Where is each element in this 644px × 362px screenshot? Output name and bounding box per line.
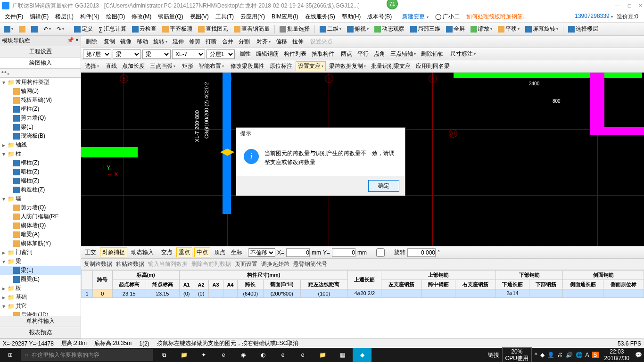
input-col-button[interactable]: 输入当前列数据 — [148, 260, 188, 268]
rect-tool[interactable]: 矩形 — [180, 62, 195, 71]
edge-icon[interactable]: e — [214, 348, 233, 362]
tree-shearwall[interactable]: 剪力墙(Q) — [0, 114, 81, 123]
tray-ime-a-icon[interactable]: A — [586, 352, 589, 358]
tab-draw-input[interactable]: 绘图输入 — [0, 58, 81, 69]
notification-icon[interactable]: 💬 — [635, 352, 642, 358]
app1-icon[interactable]: ✦ — [194, 348, 213, 362]
tray-user-icon[interactable]: 👤 — [547, 352, 554, 358]
break-button[interactable]: 打断 — [204, 37, 219, 46]
link-status[interactable]: 链接 — [488, 351, 499, 359]
copy-span-button[interactable]: 梁跨数据复制▾ — [327, 62, 368, 71]
tree-end-col[interactable]: 端柱(Z) — [0, 176, 81, 185]
find-button[interactable]: 查找图元 — [196, 24, 230, 34]
point-length-tool[interactable]: 点加长度 — [120, 62, 147, 71]
three-axis-button[interactable]: 三点辅轴▾ — [388, 49, 418, 58]
line-tool[interactable]: 直线 — [104, 62, 119, 71]
rotate-button[interactable]: 旋转▾ — [151, 37, 169, 46]
point-angle-button[interactable]: 点角 — [372, 49, 387, 58]
col-span-no[interactable]: 跨号 — [93, 271, 113, 289]
intersect-snap[interactable]: 交点 — [159, 248, 174, 257]
pick-button[interactable]: 拾取构件 — [310, 49, 336, 58]
dyn-input-toggle[interactable]: 动态输入 — [129, 248, 156, 257]
add-tool-icon[interactable]: ⁺⁺₊ — [1, 70, 9, 76]
batch-identify-button[interactable]: 批量识别梁支座 — [369, 62, 413, 71]
osnap-toggle[interactable]: 对象捕捉 — [100, 247, 127, 257]
coord-snap[interactable]: 坐标 — [229, 248, 244, 257]
page-setup-button[interactable]: 页面设置 — [235, 260, 257, 268]
tree-foundation[interactable]: ▸📁 基础 — [0, 293, 81, 302]
tree-hidden-beam[interactable]: 暗梁(A) — [0, 230, 81, 239]
rotate-input[interactable] — [407, 248, 436, 257]
ortho-toggle[interactable]: 正交 — [83, 248, 98, 257]
batch-select-button[interactable]: 批量选择 — [278, 24, 312, 34]
merge-button[interactable]: 合并 — [220, 37, 235, 46]
parallel-button[interactable]: 平行 — [355, 49, 371, 58]
pin-icon[interactable]: 📌 × — [67, 37, 79, 45]
app2-icon[interactable]: ◐ — [254, 348, 272, 362]
clock[interactable]: 22:032018/7/30 — [602, 348, 632, 362]
tree-beam-cat[interactable]: ▾📁 梁 — [0, 257, 81, 266]
tree-raft[interactable]: 筏板基础(M) — [0, 96, 81, 105]
ie2-icon[interactable]: e — [293, 348, 312, 362]
del-axis-button[interactable]: 删除辅轴 — [419, 49, 446, 58]
category-select[interactable]: 梁 — [113, 49, 141, 59]
orig-mark-button[interactable]: 原位标注 — [268, 62, 294, 71]
sum-button[interactable]: ∑ 汇总计算 — [97, 24, 128, 34]
search-box[interactable]: ○ 在这里输入你要搜索的内容 — [21, 349, 153, 361]
undo-button[interactable]: ↶▾ — [41, 25, 53, 33]
attr-button[interactable]: 属性 — [238, 49, 253, 58]
beam-segment-blue[interactable] — [223, 73, 231, 214]
beam-segment-magenta-2[interactable] — [590, 127, 644, 135]
move-button[interactable]: 移动 — [135, 37, 150, 46]
folder-icon[interactable]: 📁 — [313, 348, 332, 362]
tree-plate[interactable]: ▸📁 板 — [0, 284, 81, 293]
tree-masonry-rebar[interactable]: 砌体加筋(Y) — [0, 239, 81, 248]
span-select[interactable]: 分层1 — [206, 49, 235, 59]
edit-span-button[interactable]: 修改梁段属性 — [229, 62, 266, 71]
beam-segment-magenta[interactable] — [590, 73, 604, 134]
extend-button[interactable]: 延伸 — [171, 37, 186, 46]
mid-snap[interactable]: 中点 — [194, 247, 210, 257]
dimension-button[interactable]: 尺寸标注▾ — [448, 49, 478, 58]
menu-member[interactable]: 构件(N) — [77, 12, 102, 22]
user-role[interactable]: ◯ 广小二 — [432, 12, 462, 22]
align-button[interactable]: 对齐▾ — [255, 37, 272, 46]
menu-bim[interactable]: BIM应用(I) — [269, 12, 301, 22]
fullscreen-button[interactable]: 全屏 — [444, 24, 467, 34]
redo-button[interactable]: ↷▾ — [55, 25, 66, 33]
tree-slab[interactable]: 现浇板(B) — [0, 132, 81, 140]
minimize-button[interactable]: — — [615, 2, 620, 9]
tree-wall[interactable]: ▾📁 墙 — [0, 194, 81, 203]
floor-select[interactable]: 第7层 — [83, 49, 111, 59]
offset-mode-select[interactable]: 不偏移 — [248, 248, 275, 257]
new-button[interactable]: ▾ — [2, 25, 15, 33]
tree-common[interactable]: ▾📁 常用构件类型 — [0, 78, 81, 87]
split-button[interactable]: 分割 — [237, 37, 252, 46]
table-row[interactable]: 1 0 23.15 23.15 (0) (0) (6400) (200*800)… — [82, 289, 644, 298]
tab-report[interactable]: 报表预览 — [0, 327, 81, 338]
close-button[interactable]: × — [639, 2, 642, 9]
menu-help[interactable]: 帮助(H) — [339, 12, 364, 22]
member-select[interactable]: XL-7 — [172, 49, 205, 59]
trim-button[interactable]: 修剪 — [187, 37, 202, 46]
tree-masonry-wall[interactable]: 砌体墙(Q) — [0, 221, 81, 230]
maximize-button[interactable]: □ — [628, 2, 631, 9]
tab-project-settings[interactable]: 工程设置 — [0, 46, 81, 58]
set-fix-button[interactable]: 设置夹点 — [308, 37, 335, 46]
tree-beam-common[interactable]: 梁(L) — [0, 123, 81, 132]
set-support-button[interactable]: 设置支座▾ — [296, 61, 326, 71]
360-icon[interactable]: ◉ — [234, 348, 253, 362]
2d-button[interactable]: 二维▾ — [318, 24, 343, 34]
arc-tool[interactable]: 三点画弧▾ — [148, 62, 177, 71]
cpu-meter[interactable]: 20%CPU使用 — [502, 347, 532, 362]
tree-frame-col2[interactable]: 框柱(Z) — [0, 158, 81, 167]
view-rebar-button[interactable]: 查看钢筋量 — [232, 24, 272, 34]
tray-print-icon[interactable]: 🖨 — [557, 352, 563, 358]
select-tool[interactable]: 选择▾ — [83, 62, 101, 71]
tree-frame-col[interactable]: 框柱(Z) — [0, 105, 81, 114]
beam-segment-green[interactable] — [81, 147, 138, 157]
tray-app-icon[interactable]: ◆ — [540, 352, 545, 358]
menu-draw[interactable]: 绘图(D) — [103, 12, 128, 22]
x-input[interactable] — [286, 248, 310, 257]
apply-same-button[interactable]: 应用到同名梁 — [414, 62, 452, 71]
